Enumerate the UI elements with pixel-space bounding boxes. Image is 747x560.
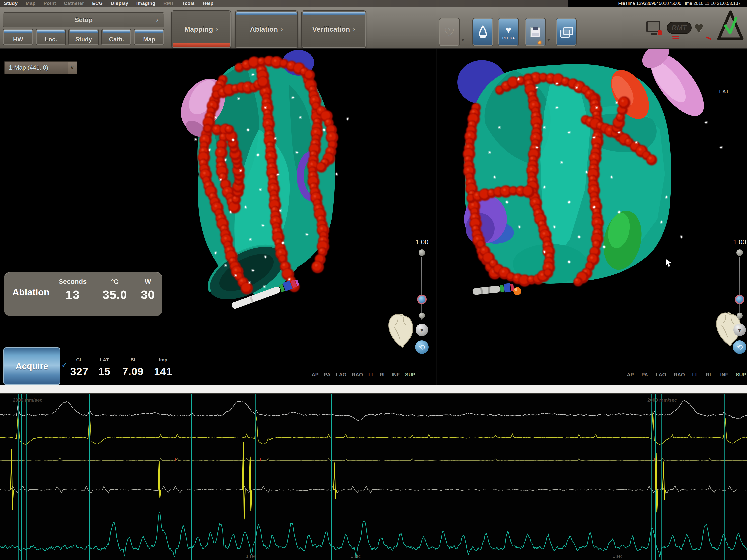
- map-selector-value: 1-Map (441, 0): [5, 64, 68, 71]
- stat-cl: CL327: [70, 357, 88, 378]
- ablation-readout-w: W30: [136, 274, 160, 302]
- orientation-lao[interactable]: LAO: [336, 372, 346, 378]
- reference-channel-button[interactable]: ♥ REF 3-4: [498, 18, 519, 46]
- remote-monitor-icon[interactable]: [646, 21, 660, 32]
- zoom-out-knob[interactable]: [419, 313, 425, 319]
- rmt-status-icon[interactable]: RMT: [667, 22, 692, 34]
- tab-ablation[interactable]: Ablation ›: [235, 10, 298, 48]
- sweep-speed-label-right: 2000 mm/sec: [647, 398, 677, 403]
- menu-ecg[interactable]: ECG: [92, 1, 103, 6]
- zoom-slider-track[interactable]: [739, 257, 740, 320]
- pan-down-button[interactable]: ▾: [733, 324, 746, 336]
- save-study-button[interactable]: [525, 18, 546, 46]
- menu-rmt[interactable]: RMT: [163, 1, 174, 6]
- menu-tools[interactable]: Tools: [182, 1, 195, 6]
- map-3d-canvas[interactable]: [0, 49, 747, 384]
- zoom-in-knob[interactable]: [736, 249, 743, 256]
- menu-bar: StudyMapPointCatheterECGDisplayImagingRM…: [0, 0, 747, 7]
- save-dropdown-icon[interactable]: ▾: [547, 37, 550, 43]
- tab-verification-label: Verification: [312, 25, 350, 33]
- orientation-inf[interactable]: INF: [720, 372, 728, 378]
- setup-button[interactable]: Setup ›: [3, 12, 164, 27]
- tab-verification-stripe: [303, 12, 365, 15]
- heart-system-status-icon[interactable]: ♥: [694, 19, 704, 37]
- menu-help[interactable]: Help: [203, 1, 214, 6]
- setup-button-hw[interactable]: HW: [3, 29, 33, 45]
- catheter-tip-marker: [513, 287, 521, 295]
- map-selector-chevron-icon: ∨: [68, 62, 77, 74]
- zoom-slider-left: 1.00 ▾ ⟲: [414, 238, 430, 383]
- ablation-readout-seconds: Seconds13: [52, 274, 94, 302]
- readout-label: W: [136, 274, 160, 286]
- orientation-rl[interactable]: RL: [380, 372, 386, 378]
- setup-arrow-icon: ›: [156, 16, 158, 24]
- tab-mapping-arrow-icon: ›: [216, 26, 218, 33]
- map-selector-dropdown[interactable]: 1-Map (441, 0) ∨: [4, 61, 77, 74]
- orientation-pa[interactable]: PA: [641, 372, 648, 378]
- tab-verification[interactable]: Verification ›: [301, 10, 366, 48]
- orientation-ll[interactable]: LL: [368, 372, 374, 378]
- zoom-in-knob[interactable]: [418, 249, 425, 256]
- zoom-slider-thumb[interactable]: [417, 295, 427, 304]
- menu-map[interactable]: Map: [26, 1, 35, 6]
- setup-button-loc[interactable]: Loc.: [36, 29, 66, 45]
- zoom-slider-track[interactable]: [421, 257, 422, 320]
- pacing-tick: [260, 458, 261, 461]
- anatomy-tool-button[interactable]: [472, 18, 493, 46]
- orientation-pa[interactable]: PA: [324, 372, 330, 378]
- left-atrium-map[interactable]: [170, 50, 349, 311]
- zoom-out-knob[interactable]: [737, 313, 743, 319]
- ecg-panel: 2000 mm/sec 2000 mm/sec 1 sec1 sec1 sec: [0, 395, 747, 560]
- ecg-reference-dropdown-icon[interactable]: ▾: [462, 37, 464, 43]
- menu-study[interactable]: Study: [4, 1, 18, 6]
- setup-button-map[interactable]: Map: [134, 29, 164, 45]
- orientation-rl[interactable]: RL: [706, 372, 713, 378]
- time-scale-label: 1 sec: [613, 554, 623, 559]
- orientation-rao[interactable]: RAO: [352, 372, 363, 378]
- intracardiac-spikes: [11, 442, 665, 519]
- stat-label: CL: [76, 357, 82, 363]
- rmt-status-label: RMT: [672, 24, 687, 32]
- system-ok-icon: [717, 10, 744, 41]
- orientation-ap[interactable]: AP: [627, 372, 634, 378]
- ecg-trace-bottom-teal: [0, 512, 747, 558]
- button-accent-stripe: [103, 30, 130, 33]
- orientation-inf[interactable]: INF: [392, 372, 400, 378]
- menu-imaging[interactable]: Imaging: [136, 1, 155, 6]
- menu-catheter[interactable]: Catheter: [64, 1, 84, 6]
- tab-ablation-label: Ablation: [250, 25, 278, 33]
- stat-value: 141: [152, 366, 174, 378]
- menu-point[interactable]: Point: [44, 1, 56, 6]
- save-indicator-led: [538, 41, 541, 44]
- acquire-check-icon[interactable]: ✓: [62, 362, 67, 369]
- ecg-trace-yellow-1: [0, 411, 747, 444]
- right-atrium-map[interactable]: [457, 49, 723, 296]
- setup-button-label: Loc.: [45, 36, 57, 43]
- tab-mapping[interactable]: Mapping ›: [171, 10, 231, 48]
- ref-channel-label: REF 3-4: [503, 36, 514, 40]
- sweep-speed-label-left: 2000 mm/sec: [13, 398, 42, 403]
- windows-layout-button[interactable]: [556, 18, 577, 46]
- acquire-stats: CL327LAT15Bi7.09Imp141: [70, 357, 174, 378]
- map-coloring-label: LAT: [719, 88, 729, 95]
- pan-down-button[interactable]: ▾: [416, 324, 428, 336]
- setup-button-cath[interactable]: Cath.: [101, 29, 132, 45]
- orientation-rao[interactable]: RAO: [674, 372, 685, 378]
- ecg-reference-button[interactable]: ♡: [439, 18, 460, 46]
- orientation-ll[interactable]: LL: [692, 372, 698, 378]
- caliper-lines[interactable]: [18, 395, 724, 560]
- heart-orientation-widget-left[interactable]: [389, 314, 413, 347]
- setup-button-label: HW: [13, 36, 23, 43]
- setup-label: Setup: [75, 16, 93, 24]
- orientation-ap[interactable]: AP: [312, 372, 319, 378]
- floppy-disk-icon: [531, 27, 540, 37]
- orientation-lao[interactable]: LAO: [655, 372, 666, 378]
- rotate-view-button[interactable]: ⟲: [733, 341, 746, 354]
- acquire-button[interactable]: Acquire: [3, 347, 60, 385]
- zoom-slider-thumb[interactable]: [735, 295, 744, 304]
- setup-button-study[interactable]: Study: [69, 29, 99, 45]
- rotate-view-button[interactable]: ⟲: [415, 341, 429, 354]
- heart-outline-icon: ♡: [444, 25, 455, 39]
- acquire-button-label: Acquire: [16, 361, 48, 371]
- menu-display[interactable]: Display: [111, 1, 128, 6]
